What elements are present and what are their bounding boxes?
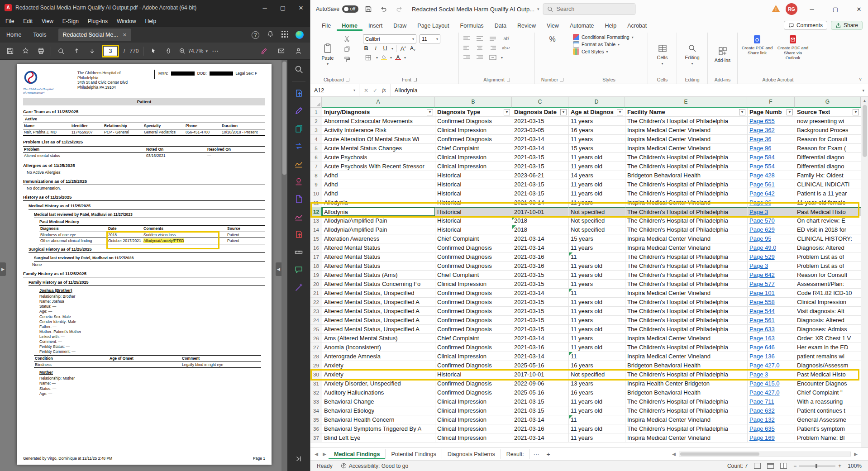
align-bottom-icon[interactable]: [488, 34, 498, 43]
cell-A20[interactable]: Altered Mental Status Concerning Fo: [322, 280, 435, 289]
cell-A31[interactable]: Anxiety Disorder, Unspecified: [322, 379, 435, 388]
align-top-icon[interactable]: [462, 34, 472, 43]
row-header-31[interactable]: 31: [310, 379, 322, 388]
cell-D30[interactable]: Not specified: [569, 370, 625, 379]
cell-G14[interactable]: ED visit in 2018 for: [795, 225, 861, 234]
cell-B3[interactable]: Clinical Impression: [435, 126, 512, 135]
cell-B8[interactable]: Historical: [435, 171, 512, 180]
cell-G21[interactable]: Code R41.82 ICD-10: [795, 289, 861, 298]
cell-A15[interactable]: Alteration Awareness: [322, 234, 435, 243]
help-icon[interactable]: ?: [252, 31, 259, 39]
align-left-icon[interactable]: [462, 44, 472, 52]
filter-button-F[interactable]: ▾: [787, 109, 793, 115]
row-header-18[interactable]: 18: [310, 262, 322, 271]
cell-E16[interactable]: Inspira Medical Center Vineland: [625, 243, 748, 252]
cell-D14[interactable]: Not specified: [569, 225, 625, 234]
row-header-27[interactable]: 27: [310, 343, 322, 352]
measure-icon[interactable]: [293, 246, 305, 258]
cell-B11[interactable]: Historical: [435, 198, 512, 207]
cell-B22[interactable]: Confirmed Diagnosis: [435, 298, 512, 307]
excel-close-button[interactable]: ✕: [850, 0, 868, 18]
warning-icon[interactable]: [772, 4, 780, 14]
tab-home[interactable]: Home: [6, 32, 21, 38]
cell-A26[interactable]: Ams (Altered Mental Status): [322, 334, 435, 343]
cell-B10[interactable]: Historical: [435, 189, 512, 198]
cell-E8[interactable]: Bridgeton Behavioral Health: [625, 171, 748, 180]
row-header-29[interactable]: 29: [310, 361, 322, 370]
sheet-tab-medical-findings[interactable]: Medical Findings: [329, 449, 386, 459]
cell-C25[interactable]: 2021-03-15: [512, 325, 569, 334]
cell-G36[interactable]: Patient's symptom: [795, 424, 861, 433]
cell-F17[interactable]: Page 529: [748, 252, 795, 262]
redo-icon[interactable]: [394, 4, 405, 14]
filter-button-D[interactable]: ▾: [617, 109, 623, 115]
cell-B13[interactable]: Historical: [435, 216, 512, 225]
cell-A13[interactable]: Allodynia/Amplified Pain: [322, 216, 435, 225]
cell-D35[interactable]: 11: [569, 415, 625, 424]
cell-F27[interactable]: Page 646: [748, 343, 795, 352]
cell-E28[interactable]: Inspira Medical Center Vineland: [625, 352, 748, 361]
row-header-19[interactable]: 19: [310, 271, 322, 280]
cell-G22[interactable]: Clinical Impression: [795, 298, 861, 307]
cell-G30[interactable]: Past Medical Histo: [795, 370, 861, 379]
cell-D16[interactable]: 11 years: [569, 243, 625, 252]
previous-page-icon[interactable]: [71, 46, 82, 57]
cell-A30[interactable]: Anxiety: [322, 370, 435, 379]
cell-G10[interactable]: Patient is a 11 year: [795, 189, 861, 198]
cell-C20[interactable]: 2021-03-15: [512, 280, 569, 289]
ribbon-tab-help[interactable]: Help: [600, 21, 621, 31]
zoom-control[interactable]: 74.7% ▾: [179, 48, 208, 54]
row-header-28[interactable]: 28: [310, 352, 322, 361]
scroll-thumb[interactable]: [863, 105, 867, 157]
cell-E29[interactable]: Bridgeton Behavioral Health: [625, 361, 748, 370]
cell-D5[interactable]: 15 years: [569, 144, 625, 153]
format-painter-icon[interactable]: [342, 55, 352, 63]
cell-F5[interactable]: Page 96: [748, 144, 795, 153]
cell-F34[interactable]: Page 632: [748, 406, 795, 415]
menu-esign[interactable]: E-Sign: [62, 18, 79, 24]
row-header-36[interactable]: 36: [310, 424, 322, 433]
borders-icon[interactable]: [363, 53, 373, 62]
filter-button-A[interactable]: ▾: [427, 109, 433, 115]
grid-vertical-scrollbar[interactable]: ▲: [861, 97, 868, 447]
cell-C1[interactable]: Diagnosis Date▾: [512, 108, 569, 117]
confirm-entry-icon[interactable]: ✓: [373, 87, 377, 94]
cell-D26[interactable]: 11 years: [569, 334, 625, 343]
cell-A6[interactable]: Acute Psychosis: [322, 153, 435, 162]
cell-B32[interactable]: Confirmed Diagnosis: [435, 388, 512, 397]
cell-F2[interactable]: Page 655: [748, 117, 795, 126]
app-launcher-grid-icon[interactable]: [281, 31, 288, 39]
percent-style-icon[interactable]: %: [549, 35, 555, 43]
cell-E20[interactable]: The Children's Hospital of Philadelphia: [625, 280, 748, 289]
underline-button[interactable]: U: [382, 45, 388, 52]
cell-E13[interactable]: The Children's Hospital of Philadelphia: [625, 216, 748, 225]
cell-D37[interactable]: 11 years: [569, 433, 625, 442]
cell-C8[interactable]: 2023-06-21: [512, 171, 569, 180]
cell-F33[interactable]: Page 711: [748, 397, 795, 406]
row-header-16[interactable]: 16: [310, 243, 322, 252]
cell-G3[interactable]: Background Proces: [795, 126, 861, 135]
cell-C18[interactable]: 2021-03-16: [512, 262, 569, 271]
cell-A8[interactable]: Adhd: [322, 171, 435, 180]
wrap-text-icon[interactable]: ab↩: [501, 44, 511, 52]
cell-B9[interactable]: Historical: [435, 180, 512, 189]
cell-D8[interactable]: 14 years: [569, 171, 625, 180]
cell-D21[interactable]: 11: [569, 289, 625, 298]
cell-D15[interactable]: 15 years: [569, 234, 625, 243]
cell-B12[interactable]: Historical: [435, 207, 512, 216]
save-icon[interactable]: [5, 46, 15, 57]
cell-A12[interactable]: Allodynia: [322, 207, 435, 216]
decrease-font-icon[interactable]: A˅: [410, 45, 416, 52]
cell-F10[interactable]: Page 642: [748, 189, 795, 198]
cell-C36[interactable]: 2021-03-16: [512, 424, 569, 433]
cell-C6[interactable]: 2021-03-15: [512, 153, 569, 162]
cell-E19[interactable]: The Children's Hospital of Philadelphia: [625, 271, 748, 280]
cell-F4[interactable]: Page 36: [748, 135, 795, 144]
cell-F8[interactable]: Page 428: [748, 171, 795, 180]
row-header-25[interactable]: 25: [310, 325, 322, 334]
cell-G32[interactable]: Chief Complaint ": [795, 388, 861, 397]
cell-F20[interactable]: Page 577: [748, 280, 795, 289]
cell-D10[interactable]: 11 years old: [569, 189, 625, 198]
ribbon-tab-review[interactable]: Review: [512, 21, 541, 31]
cell-G1[interactable]: Source Text▾: [795, 108, 861, 117]
